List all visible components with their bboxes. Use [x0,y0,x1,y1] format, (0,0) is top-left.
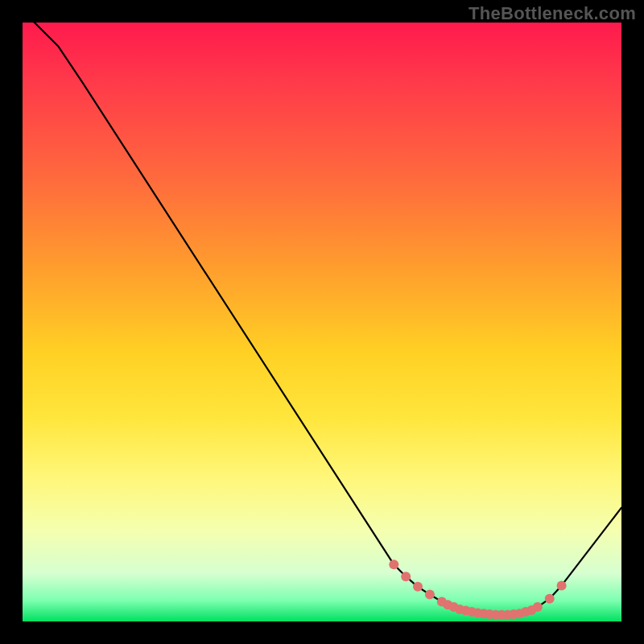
data-marker [557,580,567,590]
watermark-text: TheBottleneck.com [469,3,636,24]
chart-svg [23,23,621,621]
chart-frame: TheBottleneck.com [0,0,644,644]
data-marker [413,582,423,592]
data-marker [389,559,398,569]
plot-area [23,23,621,621]
marker-group [389,559,566,620]
data-marker [533,602,543,612]
data-marker [545,594,555,604]
data-marker [401,572,411,581]
line-series [23,10,621,615]
data-marker [425,590,435,600]
